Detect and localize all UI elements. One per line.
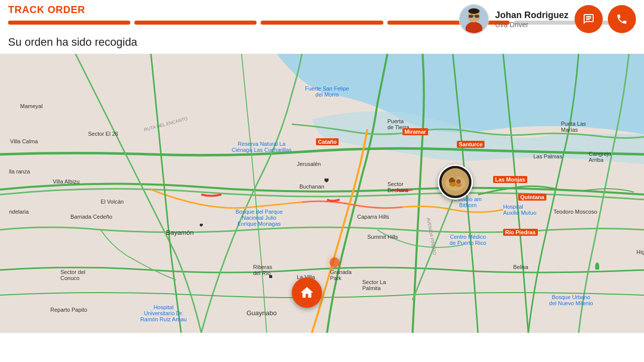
- svg-point-12: [456, 179, 461, 184]
- svg-point-3: [468, 9, 479, 14]
- map-pin-green: [595, 262, 599, 269]
- map[interactable]: Mameyal Villa Calma Sector El 26 lla ran…: [0, 54, 644, 333]
- home-marker: [292, 278, 322, 308]
- map-background: [0, 54, 644, 333]
- driver-info: Johan Rodriguez Uva Driver: [459, 4, 636, 34]
- destination-dot: [330, 257, 340, 267]
- food-image: [439, 166, 471, 198]
- driver-avatar: [459, 4, 489, 34]
- progress-step-1: [8, 21, 130, 25]
- phone-icon: [616, 13, 628, 25]
- driver-text: Johan Rodriguez Uva Driver: [495, 10, 569, 29]
- svg-point-13: [453, 176, 457, 179]
- progress-step-2: [134, 21, 257, 25]
- home-icon: [299, 285, 314, 300]
- call-button[interactable]: [608, 5, 636, 33]
- driver-avatar-image: [460, 5, 488, 33]
- driver-name: Johan Rodriguez: [495, 10, 569, 21]
- chat-icon: [583, 13, 595, 25]
- status-message: Su orden ha sido recogida: [0, 32, 644, 54]
- svg-rect-4: [469, 15, 473, 18]
- driver-location-marker: [438, 164, 473, 200]
- action-buttons: [575, 5, 636, 33]
- svg-point-15: [455, 184, 462, 187]
- map-pin-3: [269, 275, 272, 278]
- chat-button[interactable]: [575, 5, 603, 33]
- driver-role: Uva Driver: [495, 21, 569, 29]
- svg-rect-5: [475, 15, 479, 18]
- progress-step-3: [261, 21, 383, 25]
